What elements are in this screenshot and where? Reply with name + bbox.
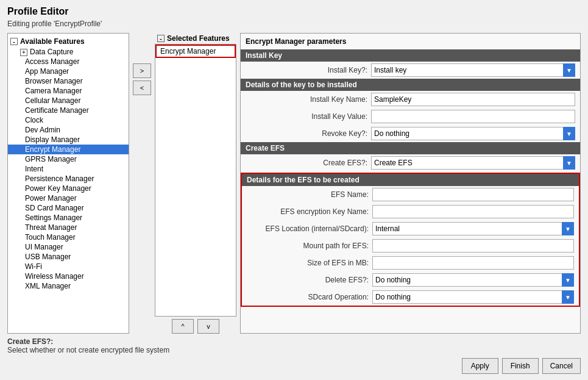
form-row: Revoke Key?:Do nothingRevoke key▼ — [241, 125, 580, 142]
ud-arrows: ^ v — [155, 319, 236, 334]
form-label: EFS Name: — [247, 190, 369, 199]
left-tree-item[interactable]: Power Manager — [8, 193, 129, 203]
window-subtitle: Editing profile 'EncryptProfile' — [7, 20, 581, 28]
form-select[interactable]: Install keyDo nothing — [371, 63, 575, 77]
move-down-button[interactable]: v — [197, 319, 219, 334]
left-tree-item[interactable]: Persistence Manager — [8, 174, 129, 184]
form-select[interactable]: Do nothingDelete EFS — [372, 273, 574, 287]
right-panel-title: Encrypt Manager parameters — [241, 34, 580, 49]
form-row: Install Key Name: — [241, 91, 580, 108]
form-row: EFS encryption Key Name: — [242, 203, 579, 220]
main-content: - Available Features +Data CaptureAccess… — [7, 33, 581, 334]
form-label: EFS encryption Key Name: — [247, 207, 369, 216]
available-features-expand-icon[interactable]: - — [10, 38, 18, 45]
form-row: EFS Name: — [242, 186, 579, 203]
cancel-button[interactable]: Cancel — [542, 358, 581, 374]
form-label: Install Key Value: — [246, 112, 367, 121]
selected-feature-item[interactable]: Encrypt Manager — [155, 45, 236, 58]
selected-features-items: Encrypt Manager — [155, 45, 236, 58]
form-label: EFS Location (internal/SDcard): — [247, 224, 369, 233]
available-features-label: Available Features — [20, 37, 85, 46]
selected-features-col: - Selected Features Encrypt Manager ^ v — [155, 33, 236, 334]
selected-features-list: Encrypt Manager — [155, 44, 236, 317]
left-tree-item[interactable]: App Manager — [8, 66, 129, 76]
left-tree-item[interactable]: Encrypt Manager — [8, 145, 129, 154]
form-select[interactable]: Do nothingMove to SDcardMove to Internal — [372, 290, 574, 304]
section-header-create_efs: Create EFS — [241, 142, 580, 154]
left-tree-item[interactable]: Clock — [8, 115, 129, 125]
left-tree-item[interactable]: Power Key Manager — [8, 184, 129, 193]
form-input[interactable] — [372, 256, 574, 270]
left-tree-item[interactable]: Wi-Fi — [8, 262, 129, 271]
section-header-details_key: Details of the key to be installed — [241, 79, 580, 91]
left-tree-item[interactable]: USB Manager — [8, 252, 129, 262]
form-label: Revoke Key?: — [246, 129, 367, 138]
available-features-header: - Available Features — [8, 36, 129, 47]
right-sections: Install KeyInstall Key?:Install keyDo no… — [241, 49, 580, 307]
form-row: Create EFS?:Create EFSDo nothing▼ — [241, 154, 580, 171]
left-tree-item[interactable]: Dev Admin — [8, 125, 129, 135]
form-label: Size of EFS in MB: — [247, 259, 369, 267]
form-input[interactable] — [371, 110, 575, 123]
form-input[interactable] — [372, 188, 574, 201]
select-wrapper: Do nothingDelete EFS▼ — [372, 273, 574, 287]
select-wrapper: InternalSDcard▼ — [372, 222, 574, 235]
status-area: Create EFS?: Select whether or not creat… — [7, 337, 581, 354]
left-tree-item[interactable]: GPRS Manager — [8, 154, 129, 164]
form-label: SDcard Operation: — [247, 293, 369, 301]
form-label: Install Key?: — [246, 66, 367, 74]
form-label: Delete EFS?: — [247, 276, 369, 284]
lr-arrows: > < — [133, 33, 155, 334]
left-tree-item[interactable]: UI Manager — [8, 242, 129, 252]
form-select[interactable]: InternalSDcard — [372, 222, 574, 235]
remove-feature-button[interactable]: < — [133, 81, 151, 95]
left-tree-item[interactable]: Cellular Manager — [8, 96, 129, 106]
select-wrapper: Do nothingMove to SDcardMove to Internal… — [372, 290, 574, 304]
window-title: Profile Editor — [7, 6, 581, 17]
left-tree-item[interactable]: Browser Manager — [8, 76, 129, 86]
left-tree-item[interactable]: XML Manager — [8, 281, 129, 291]
finish-button[interactable]: Finish — [502, 358, 539, 374]
selected-features-expand-icon[interactable]: - — [157, 35, 165, 42]
left-tree-item[interactable]: Access Manager — [8, 57, 129, 66]
apply-button[interactable]: Apply — [462, 358, 498, 374]
right-panel: Encrypt Manager parameters Install KeyIn… — [240, 33, 581, 334]
form-select[interactable]: Do nothingRevoke key — [371, 127, 575, 140]
form-row: EFS Location (internal/SDcard):InternalS… — [242, 220, 579, 237]
section-header-efs_details: Details for the EFS to be created — [242, 174, 579, 186]
form-row: Install Key?:Install keyDo nothing▼ — [241, 62, 580, 79]
section-create_efs: Create EFSCreate EFS?:Create EFSDo nothi… — [241, 142, 580, 171]
form-row: Install Key Value: — [241, 108, 580, 125]
available-features-tree: +Data CaptureAccess ManagerApp ManagerBr… — [8, 47, 129, 291]
left-tree-item[interactable]: Intent — [8, 164, 129, 174]
left-tree-item[interactable]: +Data Capture — [8, 47, 129, 57]
form-select[interactable]: Create EFSDo nothing — [371, 156, 575, 170]
form-label: Create EFS?: — [246, 159, 367, 167]
select-wrapper: Install keyDo nothing▼ — [371, 63, 575, 77]
add-feature-button[interactable]: > — [133, 63, 151, 78]
left-tree-item[interactable]: Threat Manager — [8, 223, 129, 232]
tree-expand-icon[interactable]: + — [20, 49, 27, 56]
left-tree-item[interactable]: Camera Manager — [8, 86, 129, 96]
left-tree-item[interactable]: Display Manager — [8, 135, 129, 145]
left-tree-item[interactable]: Settings Manager — [8, 213, 129, 223]
left-tree-item[interactable]: Wireless Manager — [8, 271, 129, 281]
middle-panel-wrapper: > < - Selected Features Encrypt Manager … — [133, 33, 236, 334]
move-up-button[interactable]: ^ — [172, 319, 194, 334]
form-input[interactable] — [372, 205, 574, 218]
form-label: Mount path for EFS: — [247, 242, 369, 250]
left-tree-item[interactable]: Certificate Manager — [8, 106, 129, 115]
select-wrapper: Do nothingRevoke key▼ — [371, 127, 575, 140]
left-tree-item[interactable]: Touch Manager — [8, 232, 129, 242]
status-label: Create EFS?: — [7, 337, 53, 346]
form-input[interactable] — [371, 93, 575, 106]
bottom-bar: Create EFS?: Select whether or not creat… — [7, 337, 581, 374]
form-input[interactable] — [372, 239, 574, 253]
section-details_key: Details of the key to be installedInstal… — [241, 79, 580, 142]
form-row: SDcard Operation:Do nothingMove to SDcar… — [242, 289, 579, 306]
select-wrapper: Create EFSDo nothing▼ — [371, 156, 575, 170]
section-header-install_key: Install Key — [241, 49, 580, 62]
form-row: Delete EFS?:Do nothingDelete EFS▼ — [242, 271, 579, 289]
left-tree-item[interactable]: SD Card Manager — [8, 203, 129, 213]
form-row: Size of EFS in MB: — [242, 254, 579, 271]
